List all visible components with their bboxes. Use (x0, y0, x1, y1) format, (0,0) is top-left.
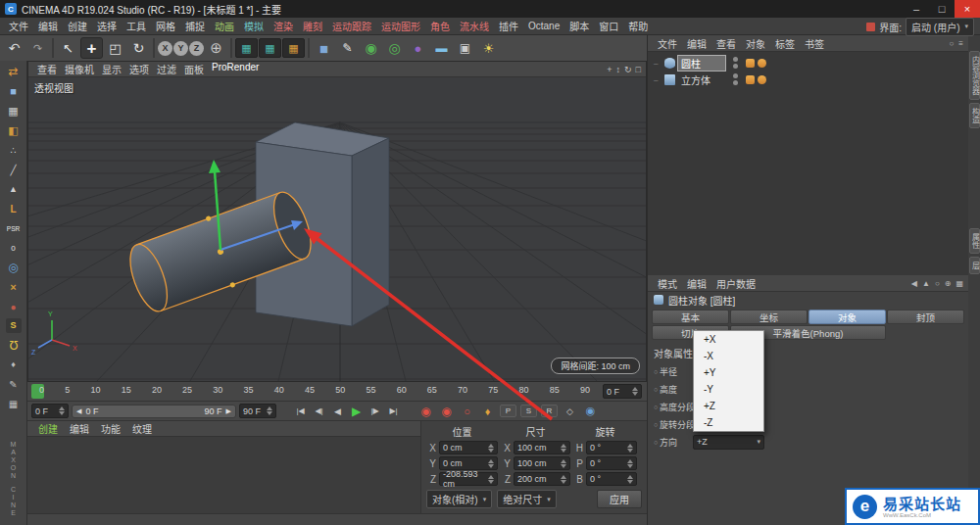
menu-item[interactable]: 文件 (4, 19, 33, 33)
viewport-menu-item[interactable]: ProRender (208, 62, 263, 76)
current-frame-field[interactable]: 0 F (603, 384, 642, 399)
toolbar-button[interactable]: ☀ (477, 37, 500, 60)
record-button[interactable]: R (541, 405, 558, 417)
viewport-canvas[interactable]: Y X Z 透视视图 网格间距: 100 cm (28, 77, 646, 381)
toolbar-button[interactable]: Z (189, 41, 204, 56)
object-manager-menu-item[interactable]: 标签 (770, 36, 800, 51)
object-name[interactable]: 立方体 (678, 72, 725, 87)
animation-dot-icon[interactable]: ○ (652, 421, 660, 428)
left-toolbar-button[interactable]: ⇄ (4, 64, 24, 79)
range-right-arrow-icon[interactable]: ▶ (226, 407, 231, 415)
viewport-nav-icon[interactable]: + (607, 65, 612, 74)
object-manager-menu-item[interactable]: 编辑 (682, 36, 711, 51)
viewport-menu-item[interactable]: 显示 (98, 62, 125, 76)
toolbar-button[interactable]: ▦ (282, 38, 305, 58)
toolbar-button[interactable]: ↷ (26, 37, 49, 60)
coord-mode-select[interactable]: 对象(相对) ▾ (426, 490, 492, 508)
animation-dot-icon[interactable]: ○ (652, 368, 660, 375)
toolbar-button[interactable]: ◎ (383, 37, 406, 60)
menu-item[interactable]: 帮助 (623, 19, 653, 33)
position-field[interactable]: 0 cm (439, 456, 498, 470)
frame-range-slider[interactable]: ◀ 0 F 90 F ▶ (72, 405, 236, 418)
material-menu-item[interactable]: 纹理 (127, 421, 157, 436)
visibility-dots[interactable] (733, 57, 738, 69)
animation-dot-icon[interactable]: ○ (652, 404, 660, 410)
menu-item[interactable]: 运动跟踪 (327, 19, 376, 33)
object-icon[interactable] (664, 74, 675, 85)
menu-item[interactable]: Octane (523, 21, 564, 31)
attribute-tab[interactable]: 封顶 (887, 310, 964, 324)
range-left-arrow-icon[interactable]: ◀ (76, 407, 81, 415)
direction-option[interactable]: -Y (694, 381, 763, 398)
toolbar-button[interactable]: ⊕ (205, 37, 227, 60)
object-manager-menu-item[interactable]: 文件 (653, 36, 682, 51)
apply-button[interactable]: 应用 (597, 490, 642, 508)
viewport-nav-icon[interactable]: ↻ (624, 65, 632, 74)
view-label[interactable]: 透视视图 (34, 80, 74, 95)
playback-button[interactable]: ▶ (348, 404, 365, 419)
animation-dot-icon[interactable]: ○ (652, 439, 660, 446)
material-menu-item[interactable]: 创建 (33, 421, 63, 436)
panel-icon[interactable]: ▲ (922, 279, 930, 288)
attribute-field[interactable]: +Z ▾ (693, 435, 764, 450)
toolbar-button[interactable]: ■ (313, 37, 335, 60)
toolbar-button[interactable]: ▦ (235, 38, 258, 58)
menu-item[interactable]: 创建 (63, 19, 92, 33)
direction-option[interactable]: +Z (694, 398, 763, 414)
toolbar-button[interactable]: ▦ (259, 38, 281, 58)
interface-select[interactable]: 启动 (用户) ▾ (906, 18, 974, 36)
viewport-nav-icon[interactable]: ↕ (616, 65, 621, 74)
toolbar-button[interactable]: ◉ (360, 37, 382, 60)
menu-item[interactable]: 模拟 (239, 19, 269, 33)
record-button[interactable]: S (520, 405, 537, 417)
menu-item[interactable]: 运动图形 (376, 19, 425, 33)
panel-icon[interactable]: ○ (935, 279, 940, 288)
toolbar-button[interactable]: Y (173, 41, 188, 56)
object-manager-menu-item[interactable]: 对象 (741, 36, 770, 51)
record-button[interactable]: ◉ (582, 404, 599, 419)
toolbar-button[interactable] (230, 38, 232, 58)
toolbar-button[interactable]: ↶ (3, 37, 25, 60)
panel-icon[interactable]: ▦ (956, 279, 963, 288)
tag-icon[interactable] (746, 75, 755, 84)
spinner-icon[interactable] (625, 459, 633, 468)
range-start-field[interactable]: 0 F (31, 404, 69, 418)
attribute-menu-item[interactable]: 用户数据 (711, 276, 760, 291)
toolbar-button[interactable]: ↻ (127, 37, 150, 60)
toolbar-button[interactable] (308, 38, 310, 58)
panel-icon[interactable]: ⊕ (945, 279, 952, 288)
toolbar-button[interactable]: ▬ (430, 37, 453, 60)
toolbar-button[interactable]: X (158, 41, 172, 56)
object-manager-menu-item[interactable]: 书签 (800, 36, 829, 51)
left-toolbar-button[interactable]: PSR (4, 220, 24, 236)
object-name[interactable]: 圆柱 (678, 56, 725, 71)
attribute-tab[interactable]: 对象 (808, 310, 886, 324)
spinner-icon[interactable] (625, 475, 633, 484)
spinner-icon[interactable] (559, 475, 566, 484)
viewport-nav-icon[interactable]: □ (636, 65, 641, 74)
rotation-field[interactable]: 0 ° (586, 456, 637, 470)
record-button[interactable]: P (500, 405, 516, 417)
menu-item[interactable]: 雕刻 (298, 19, 327, 33)
maximize-button[interactable]: □ (929, 0, 955, 18)
tag-icon[interactable] (758, 59, 766, 68)
viewport-menu-item[interactable]: 过滤 (153, 62, 180, 76)
left-toolbar-button[interactable]: ▦ (4, 396, 24, 411)
direction-option[interactable]: -Z (694, 414, 763, 431)
menu-item[interactable]: 选择 (92, 19, 122, 33)
spinner-icon[interactable] (486, 459, 494, 468)
rotation-field[interactable]: 0 ° (586, 441, 637, 454)
left-toolbar-button[interactable]: ● (4, 299, 24, 314)
playback-button[interactable]: ◀| (311, 404, 327, 419)
left-toolbar-button[interactable]: × (4, 279, 24, 295)
position-field[interactable]: 0 cm (439, 441, 498, 454)
toolbar-button[interactable]: ▣ (454, 37, 476, 60)
viewport-menu-item[interactable]: 摄像机 (61, 62, 98, 76)
record-button[interactable]: ♦ (479, 404, 496, 419)
panel-icon[interactable]: ≡ (958, 39, 963, 48)
toolbar-button[interactable]: ✎ (336, 37, 359, 60)
playback-button[interactable]: ◀ (329, 404, 346, 419)
animation-dot-icon[interactable]: ○ (652, 386, 660, 393)
close-button[interactable]: × (955, 0, 980, 18)
spinner-icon[interactable] (630, 387, 638, 396)
